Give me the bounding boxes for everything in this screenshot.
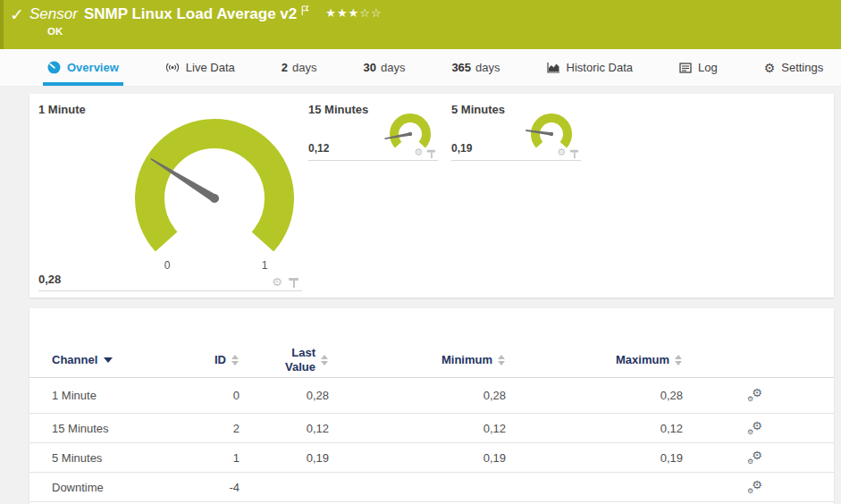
widget-gear-icon[interactable]: ⚙ — [557, 147, 566, 157]
tab-number: 30 — [363, 61, 375, 74]
column-header-channel[interactable]: Channel — [52, 353, 213, 366]
priority-stars[interactable]: ★★★☆☆ — [325, 6, 382, 20]
tab-number: 2 — [282, 61, 288, 74]
sort-icon — [231, 355, 240, 365]
cell-minimum: 0,12 — [329, 422, 506, 435]
widget-pin-icon[interactable] — [427, 149, 435, 159]
cell-id: -4 — [213, 481, 240, 494]
star-empty-icon[interactable]: ☆ — [371, 6, 383, 20]
table-row[interactable]: 5 Minutes 1 0,19 0,19 0,19 ⚙ ⚙ — [29, 443, 834, 473]
gauge-title: 5 Minutes — [451, 103, 505, 116]
tab-label: days — [475, 61, 500, 74]
column-label: Minimum — [442, 353, 492, 366]
widget-gear-icon[interactable]: ⚙ — [272, 276, 282, 288]
column-header-id[interactable]: ID — [213, 353, 240, 366]
gauge-icon — [47, 61, 61, 74]
sort-icon — [498, 355, 506, 365]
cell-maximum: 0,19 — [506, 451, 683, 465]
column-label: Last Value — [274, 346, 315, 374]
column-label: Channel — [52, 353, 97, 366]
table-body: 1 Minute 0 0,28 0,28 0,28 ⚙ ⚙ 15 Minutes — [29, 378, 834, 502]
topbar-left-accent — [0, 0, 4, 49]
gauge-title: 15 Minutes — [308, 103, 368, 116]
tab-log[interactable]: Log — [675, 49, 722, 86]
table-row[interactable]: 15 Minutes 2 0,12 0,12 0,12 ⚙ ⚙ — [29, 414, 834, 443]
table-row[interactable]: Downtime -4 ⚙ ⚙ — [29, 473, 834, 502]
column-header-maximum[interactable]: Maximum — [506, 353, 683, 366]
gauge-title: 1 Minute — [38, 103, 86, 116]
cell-minimum: 0,28 — [329, 389, 506, 402]
channel-settings-gears-icon[interactable]: ⚙ ⚙ — [747, 422, 762, 435]
column-header-minimum[interactable]: Minimum — [329, 353, 506, 366]
cell-last-value: 0,28 — [240, 389, 329, 402]
sort-icon — [321, 355, 329, 365]
status-ok-check-icon: ✓ — [10, 4, 24, 25]
gear-small-icon: ⚙ — [747, 458, 753, 466]
live-broadcast-icon — [165, 62, 180, 73]
gauge-1-minute — [130, 113, 299, 282]
star-filled-icon[interactable]: ★ — [349, 6, 360, 20]
star-filled-icon[interactable]: ★ — [325, 6, 337, 20]
cell-id: 0 — [213, 389, 240, 402]
table-header-row: Channel ID Last Value Minimum Maximum — [29, 342, 834, 378]
tab-overview[interactable]: Overview — [43, 49, 123, 86]
gear-small-icon: ⚙ — [747, 488, 753, 495]
cell-channel: 5 Minutes — [52, 451, 213, 465]
tab-live-data[interactable]: Live Data — [161, 49, 240, 86]
gauges-panel: 1 Minute 0 1 0,28 ⚙ 15 Minutes 0,12 ⚙ 5 … — [29, 94, 834, 298]
table-row[interactable]: 1 Minute 0 0,28 0,28 0,28 ⚙ ⚙ — [29, 378, 834, 414]
gauge-value: 0,12 — [308, 142, 329, 155]
sort-icon — [675, 355, 683, 365]
gear-small-icon: ⚙ — [747, 429, 753, 436]
flag-icon[interactable] — [301, 5, 309, 16]
column-header-last-value[interactable]: Last Value — [240, 346, 329, 374]
tab-bar: Overview Live Data 2 days 30 days 365 da… — [0, 49, 841, 87]
gauge-widget-1-minute: 1 Minute 0 1 0,28 ⚙ — [38, 100, 302, 291]
cell-channel: 1 Minute — [52, 389, 213, 402]
cell-last-value: 0,19 — [240, 451, 329, 465]
sort-desc-icon — [104, 357, 113, 363]
tab-365-days[interactable]: 365 days — [447, 49, 504, 86]
tab-label: Overview — [67, 61, 119, 74]
star-filled-icon[interactable]: ★ — [337, 6, 349, 20]
tab-label: Settings — [781, 61, 823, 74]
tab-number: 365 — [451, 61, 471, 74]
tab-2-days[interactable]: 2 days — [277, 49, 322, 86]
area-chart-icon — [547, 62, 560, 73]
tab-30-days[interactable]: 30 days — [358, 49, 409, 86]
gear-icon: ⚙ — [764, 62, 776, 74]
cell-maximum: 0,28 — [506, 389, 683, 402]
gauge-widget-5-minutes: 5 Minutes 0,19 ⚙ — [451, 100, 581, 161]
gauge-scale-min: 0 — [158, 259, 176, 272]
sensor-header: ✓ Sensor SNMP Linux Load Average v2 ★★★☆… — [0, 0, 841, 49]
tab-label: Log — [698, 61, 718, 74]
sensor-kind-label: Sensor — [29, 5, 78, 23]
widget-gear-icon[interactable]: ⚙ — [414, 147, 423, 157]
column-label: ID — [214, 353, 226, 366]
column-label: Maximum — [616, 353, 669, 366]
gauge-value: 0,28 — [38, 273, 61, 286]
cell-channel: Downtime — [52, 481, 213, 494]
tab-label: Historic Data — [567, 61, 633, 74]
widget-pin-icon[interactable] — [570, 149, 578, 159]
channel-settings-gears-icon[interactable]: ⚙ ⚙ — [747, 389, 762, 402]
tab-settings[interactable]: ⚙ Settings — [760, 49, 828, 86]
cell-maximum: 0,12 — [506, 422, 683, 435]
tab-label: days — [292, 61, 316, 74]
cell-id: 1 — [213, 451, 240, 465]
channel-settings-gears-icon[interactable]: ⚙ ⚙ — [747, 481, 762, 494]
tab-label: days — [381, 61, 405, 74]
cell-channel: 15 Minutes — [52, 422, 213, 435]
gear-small-icon: ⚙ — [747, 396, 753, 403]
channel-settings-gears-icon[interactable]: ⚙ ⚙ — [747, 451, 762, 465]
widget-pin-icon[interactable] — [289, 277, 299, 289]
cell-last-value: 0,12 — [240, 422, 329, 435]
cell-minimum: 0,19 — [329, 451, 506, 465]
gauge-widget-15-minutes: 15 Minutes 0,12 ⚙ — [308, 100, 438, 161]
tab-historic-data[interactable]: Historic Data — [542, 49, 637, 86]
sensor-status: OK — [47, 26, 63, 37]
channels-table-panel: Channel ID Last Value Minimum Maximum — [29, 308, 834, 504]
star-empty-icon[interactable]: ☆ — [359, 6, 371, 20]
sensor-name: SNMP Linux Load Average v2 — [84, 5, 297, 23]
tab-label: Live Data — [186, 61, 235, 74]
